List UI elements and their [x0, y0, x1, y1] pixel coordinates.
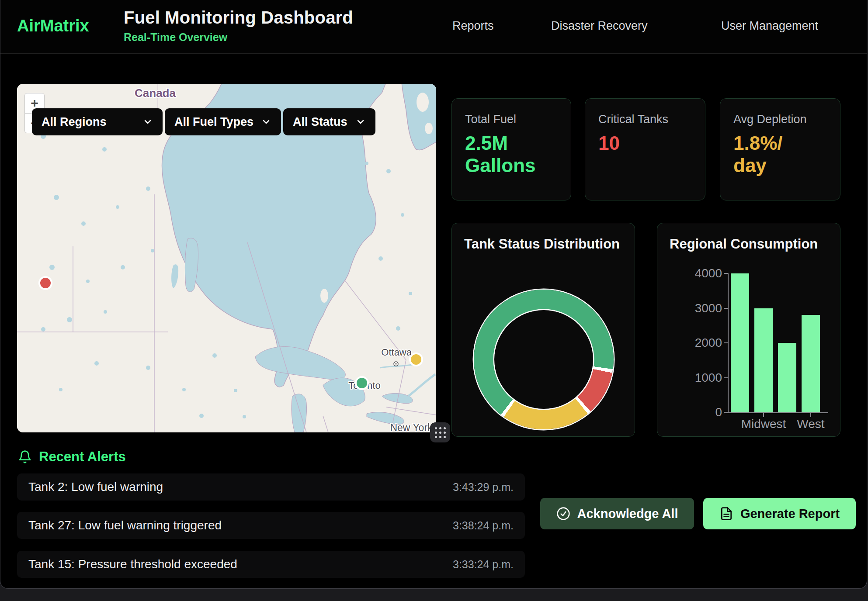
y-tick: [724, 412, 728, 413]
nav-reports[interactable]: Reports: [452, 19, 494, 33]
alert-text: Tank 15: Pressure threshold exceeded: [28, 557, 237, 571]
alert-text: Tank 2: Low fuel warning: [28, 480, 163, 494]
check-circle-icon: [556, 507, 570, 521]
tank-status-doughnut-chart: [474, 290, 614, 429]
stat-card-critical-tanks: Critical Tanks 10: [585, 98, 705, 200]
x-tick: [763, 413, 764, 417]
dashboard-screen: AirMatrix Fuel Monitoring Dashboard Real…: [0, 0, 868, 601]
stat-value: 2.5MGallons: [465, 132, 558, 176]
y-tick-label: 0: [661, 405, 722, 419]
y-tick-label: 3000: [661, 301, 722, 315]
acknowledge-all-button[interactable]: Acknowledge All: [540, 498, 694, 529]
filter-fuel-types-dropdown[interactable]: All Fuel Types: [165, 108, 281, 135]
alert-time: 3:43:29 p.m.: [453, 481, 514, 494]
regional-consumption-bar-chart: 40003000200010000MidwestWest: [657, 223, 841, 437]
chevron-down-icon: [355, 117, 366, 127]
y-tick: [724, 377, 728, 378]
y-tick-label: 2000: [661, 336, 722, 350]
map-marker-critical[interactable]: [38, 276, 52, 290]
stat-value: 1.8%/day: [733, 132, 827, 176]
filter-status-label: All Status: [293, 115, 347, 129]
recent-alerts-title: Recent Alerts: [39, 449, 126, 465]
nav-disaster-recovery[interactable]: Disaster Recovery: [551, 19, 648, 33]
recent-alerts-heading: Recent Alerts: [18, 449, 126, 465]
map-resize-handle[interactable]: [430, 422, 450, 442]
stat-value: 10: [598, 132, 692, 155]
alert-row[interactable]: Tank 2: Low fuel warning 3:43:29 p.m.: [17, 473, 525, 501]
acknowledge-all-label: Acknowledge All: [577, 507, 678, 521]
filter-fuel-types-label: All Fuel Types: [174, 115, 253, 129]
filter-regions-label: All Regions: [42, 115, 107, 129]
regional-consumption-card: Regional Consumption 40003000200010000Mi…: [657, 223, 840, 437]
bar-Midwest: [754, 308, 773, 413]
chart-title: Tank Status Distribution: [464, 236, 622, 252]
map-marker-warning[interactable]: [409, 352, 423, 366]
y-tick-label: 1000: [661, 371, 722, 385]
map[interactable]: Canada Ottawa Toronto New York + − All R…: [17, 84, 436, 432]
svg-text:Canada: Canada: [135, 86, 176, 100]
map-marker-normal[interactable]: [355, 376, 369, 390]
bar-region-3: [778, 343, 796, 412]
document-icon: [719, 507, 733, 521]
x-tick-label: Midwest: [737, 417, 790, 431]
y-tick-label: 4000: [661, 266, 722, 280]
x-tick: [810, 413, 811, 417]
y-tick: [724, 273, 728, 274]
nav-user-management[interactable]: User Management: [721, 19, 818, 33]
alert-row[interactable]: Tank 27: Low fuel warning triggered 3:38…: [17, 512, 525, 539]
chevron-down-icon: [261, 117, 271, 127]
y-axis: [728, 273, 729, 413]
y-tick: [724, 342, 728, 343]
alert-row[interactable]: Tank 15: Pressure threshold exceeded 3:3…: [17, 551, 525, 578]
generate-report-button[interactable]: Generate Report: [703, 498, 856, 529]
app-frame: AirMatrix Fuel Monitoring Dashboard Real…: [0, 0, 867, 589]
stat-label: Avg Depletion: [733, 113, 827, 126]
alert-text: Tank 27: Low fuel warning triggered: [28, 518, 222, 532]
alert-time: 3:33:24 p.m.: [453, 558, 514, 571]
x-axis: [725, 412, 828, 413]
title-block: Fuel Monitoring Dashboard Real-Time Over…: [124, 8, 353, 44]
stat-card-total-fuel: Total Fuel 2.5MGallons: [451, 98, 571, 200]
alert-time: 3:38:24 p.m.: [453, 519, 514, 532]
y-tick: [724, 308, 728, 309]
bell-icon: [18, 450, 32, 464]
filter-regions-dropdown[interactable]: All Regions: [32, 108, 163, 135]
filter-status-dropdown[interactable]: All Status: [283, 108, 375, 135]
svg-text:Ottawa: Ottawa: [381, 347, 412, 358]
stat-label: Critical Tanks: [598, 113, 692, 126]
bar-region-1: [731, 273, 749, 412]
tank-status-distribution-card: Tank Status Distribution: [451, 223, 635, 437]
stat-card-avg-depletion: Avg Depletion 1.8%/day: [720, 98, 840, 200]
stat-label: Total Fuel: [465, 113, 558, 126]
x-tick-label: West: [785, 417, 837, 431]
bar-West: [802, 315, 820, 412]
page-title: Fuel Monitoring Dashboard: [124, 8, 353, 28]
map-tiles: Canada Ottawa Toronto New York: [17, 84, 436, 432]
app-logo: AirMatrix: [17, 17, 89, 35]
page-subtitle: Real-Time Overview: [124, 31, 353, 44]
svg-text:New York: New York: [390, 422, 433, 432]
chevron-down-icon: [142, 117, 153, 127]
app-header: AirMatrix Fuel Monitoring Dashboard Real…: [0, 0, 867, 54]
generate-report-label: Generate Report: [740, 507, 840, 521]
